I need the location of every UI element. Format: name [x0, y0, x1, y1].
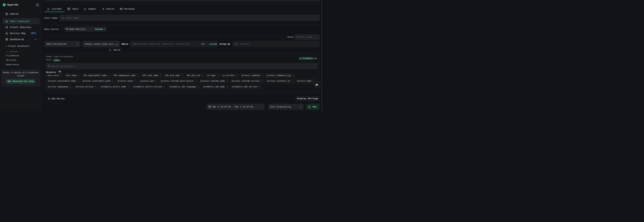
svg-text:3: 3	[85, 8, 86, 10]
svg-text:2: 2	[84, 9, 85, 10]
